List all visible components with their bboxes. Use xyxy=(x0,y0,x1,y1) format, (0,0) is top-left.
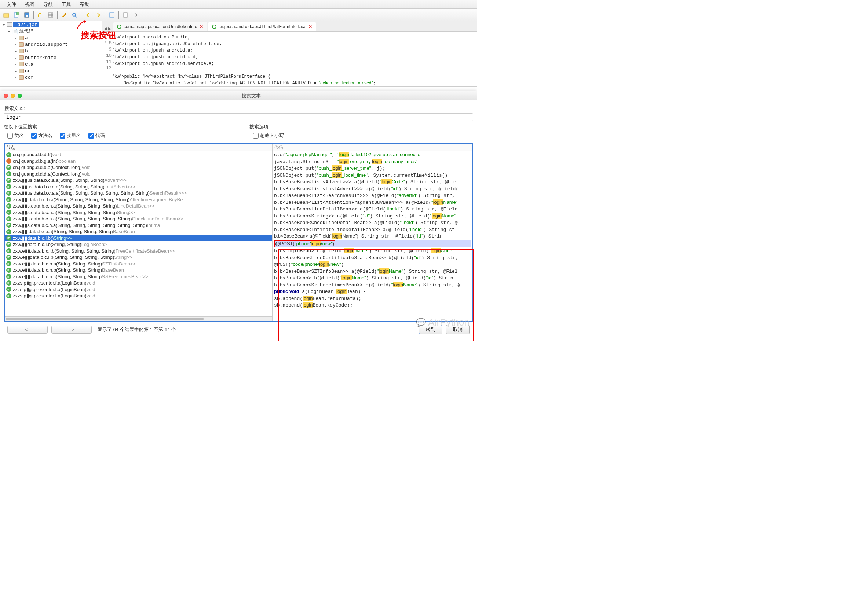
project-tree[interactable]: ▾-d2j.jar ▾📄源代码 ▸a▸android.support▸b▸but… xyxy=(0,21,102,86)
cb-code[interactable]: 代码 xyxy=(88,132,105,139)
results-panel: 节点 mcn.jiguang.d.b.d.f() void□cn.jiguang… xyxy=(4,143,473,322)
svg-rect-0 xyxy=(4,14,9,17)
tree-pkg[interactable]: ▸android.support xyxy=(0,41,102,48)
node-row[interactable]: mzxw.e▮▮.data.b.c.n.c(String, String, St… xyxy=(5,273,272,280)
node-row[interactable]: mzxw.▮▮s.data.b.c.h.a(String, String, St… xyxy=(5,222,272,229)
svg-point-11 xyxy=(135,14,137,16)
close-icon[interactable]: ✕ xyxy=(200,24,203,29)
dialog-title: 搜索文本 xyxy=(26,93,477,99)
node-row[interactable]: mzxw.▮▮s.data.b.c.h.a(String, String, St… xyxy=(5,203,272,209)
svg-line-6 xyxy=(75,16,77,17)
node-row[interactable]: mzxw.▮▮s.data.b.c.h.a(String, String, St… xyxy=(5,215,272,222)
menu-view[interactable]: 视图 xyxy=(20,1,39,8)
toolbar xyxy=(0,9,477,21)
svg-point-5 xyxy=(72,13,76,16)
search-options-label: 搜索选项: xyxy=(249,124,270,130)
class-icon xyxy=(117,25,121,29)
search-input[interactable] xyxy=(4,113,473,121)
forward-icon[interactable] xyxy=(94,11,103,19)
menu-nav[interactable]: 导航 xyxy=(39,1,57,8)
editor-tabbar: ◀ ▶ com.amap.api.location.UmidtokenInfo✕… xyxy=(102,21,477,31)
search-in-fieldset: 在以下位置搜索: 类名 方法名 变量名 代码 xyxy=(4,124,227,139)
search-dialog: 搜索文本 搜索文本: 在以下位置搜索: 类名 方法名 变量名 代码 搜索选项: … xyxy=(0,91,477,341)
code-preview[interactable]: c.c("JiguangTcpManager", "login failed:1… xyxy=(272,151,472,321)
dialog-titlebar: 搜索文本 xyxy=(0,91,477,100)
prev-button[interactable]: <- xyxy=(7,325,48,334)
tree-pkg[interactable]: ▸c.a xyxy=(0,61,102,68)
class-icon xyxy=(212,25,216,29)
close-icon[interactable]: ✕ xyxy=(308,24,312,29)
node-row[interactable]: mzxw.▮▮us.data.b.c.a.a(String, String, S… xyxy=(5,190,272,196)
node-row[interactable]: mzxzs.p▮gi.presenter.f.a(LoginBean) void xyxy=(5,292,272,299)
search-options-fieldset: 搜索选项: 忽略大小写 xyxy=(249,124,473,139)
node-row[interactable]: mzxw.▮▮s.data.b.c.h.a(String, String, St… xyxy=(5,209,272,216)
goto-button[interactable]: 转到 xyxy=(419,325,442,335)
node-row[interactable]: mzxw.▮▮data.b.c.i.b() String>> xyxy=(5,235,272,242)
tree-root[interactable]: -d2j.jar xyxy=(13,22,39,27)
grid-icon[interactable] xyxy=(46,11,55,19)
next-button[interactable]: -> xyxy=(51,325,92,334)
menu-help[interactable]: 帮助 xyxy=(76,1,94,8)
svg-rect-4 xyxy=(26,16,28,17)
tab-jthird[interactable]: cn.jpush.android.api.JThirdPlatFormInter… xyxy=(208,22,316,31)
node-row[interactable]: mzxw.▮▮.data.b.c.b.a(String, String, Str… xyxy=(5,196,272,203)
node-row[interactable]: mzxw.▮▮.data.b.c.i.a(String, String, Str… xyxy=(5,228,272,235)
search-in-label: 在以下位置搜索: xyxy=(4,124,39,130)
log-icon[interactable] xyxy=(121,11,130,19)
search-icon[interactable] xyxy=(70,11,79,19)
node-row[interactable]: mzxw.e▮▮.data.b.c.n.a(String, String, St… xyxy=(5,261,272,267)
back-icon[interactable] xyxy=(83,11,93,19)
cancel-button[interactable]: 取消 xyxy=(446,325,470,335)
settings-icon[interactable] xyxy=(131,11,140,19)
window-zoom-icon[interactable] xyxy=(17,93,22,98)
cb-variable[interactable]: 变量名 xyxy=(60,132,81,139)
tree-pkg[interactable]: ▸a xyxy=(0,35,102,41)
node-row[interactable]: mzxw.▮▮us.data.b.c.a.a(String, String, S… xyxy=(5,184,272,190)
tree-sources[interactable]: 源代码 xyxy=(19,28,33,35)
tree-pkg[interactable]: ▸butterknife xyxy=(0,54,102,61)
open-file-icon[interactable] xyxy=(2,11,11,19)
export-icon[interactable] xyxy=(107,11,116,19)
col-node-header: 节点 xyxy=(5,144,272,151)
menu-file[interactable]: 文件 xyxy=(2,1,20,8)
tab-umidtoken[interactable]: com.amap.api.location.UmidtokenInfo✕ xyxy=(113,22,207,31)
cb-class[interactable]: 类名 xyxy=(7,132,24,139)
cb-method[interactable]: 方法名 xyxy=(31,132,52,139)
edit-icon[interactable] xyxy=(60,11,69,19)
menubar: 文件 视图 导航 工具 帮助 xyxy=(0,0,477,9)
tree-pkg[interactable]: ▸cn xyxy=(0,68,102,74)
tree-pkg[interactable]: ▸b xyxy=(0,48,102,54)
node-row[interactable]: mzxw.▮▮data.b.c.i.b(String, String) Logi… xyxy=(5,241,272,248)
node-row[interactable]: mzxw.e▮▮.data.b.c.i.b(String, String, St… xyxy=(5,248,272,255)
main-area: ▾-d2j.jar ▾📄源代码 ▸a▸android.support▸b▸but… xyxy=(0,21,477,86)
undo-icon[interactable] xyxy=(36,11,45,19)
node-row[interactable]: mzxw.▮▮us.data.b.c.a.a(String, String, S… xyxy=(5,177,272,184)
save-icon[interactable] xyxy=(22,11,31,19)
dialog-footer: <- -> 显示了 64 个结果中的第 1 至第 64 个 转到 取消 xyxy=(4,322,473,337)
node-row[interactable]: mzxzs.p▮gj.presenter.f.a(LoginBean) void xyxy=(5,280,272,286)
window-minimize-icon[interactable] xyxy=(11,93,15,98)
code-editor[interactable]: 5 6 7 8 9 10 11 12 "kw">import android.o… xyxy=(104,33,475,86)
cb-ignore-case[interactable]: 忽略大小写 xyxy=(253,132,284,139)
svg-rect-2 xyxy=(16,12,19,15)
window-close-icon[interactable] xyxy=(4,93,8,98)
node-row[interactable]: mzxzs.p▮gj.presenter.f.a(LoginBean) void xyxy=(5,286,272,293)
status-text: 显示了 64 个结果中的第 1 至第 64 个 xyxy=(98,326,176,333)
node-list[interactable]: mcn.jiguang.d.b.d.f() void□cn.jiguang.d.… xyxy=(5,151,272,316)
menu-tools[interactable]: 工具 xyxy=(57,1,76,8)
search-text-label: 搜索文本: xyxy=(5,105,472,112)
node-row[interactable]: □cn.jiguang.d.b.g.a(int) boolean xyxy=(5,158,272,165)
hscrollbar[interactable] xyxy=(5,316,272,321)
new-file-icon[interactable] xyxy=(12,11,21,19)
node-row[interactable]: mcn.jiguang.d.d.d.a(Context, long) void xyxy=(5,171,272,178)
node-row[interactable]: mcn.jiguang.d.b.d.f() void xyxy=(5,151,272,158)
node-row[interactable]: mzxw.e▮▮data.b.c.i.b(String, String, Str… xyxy=(5,254,272,261)
node-row[interactable]: mzxw.e▮▮.data.b.c.n.b(String, String, St… xyxy=(5,267,272,273)
node-row[interactable]: mcn.jiguang.d.d.d.a(Context, long) void xyxy=(5,164,272,171)
col-code-header: 代码 xyxy=(272,144,472,151)
tree-pkg[interactable]: ▸com xyxy=(0,74,102,81)
